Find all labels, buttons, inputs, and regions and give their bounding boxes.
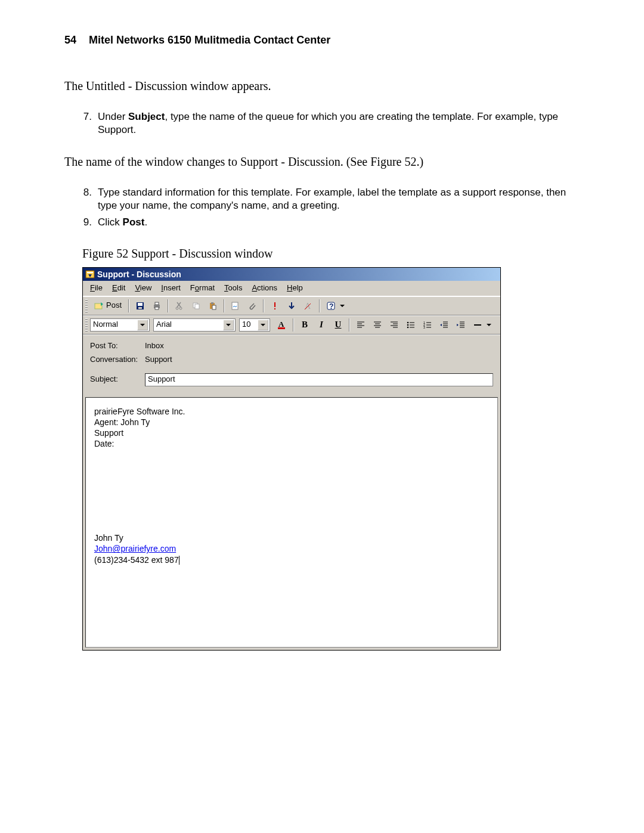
figure-caption: Figure 52 Support - Discussion window <box>82 246 580 261</box>
fontsize-select[interactable]: 10 <box>239 318 270 332</box>
hr-icon <box>473 320 482 330</box>
svg-rect-4 <box>138 303 143 306</box>
post-to-row: Post To: Inbox <box>90 341 493 351</box>
menu-file[interactable]: File <box>86 282 106 295</box>
standard-toolbar: Post <box>83 296 500 315</box>
sig-phone: (613)234-5432 ext 987 <box>94 555 179 565</box>
steps-list-2: 8. Type standard information for this te… <box>64 186 580 229</box>
outdent-button[interactable] <box>436 317 452 333</box>
menu-insert[interactable]: Insert <box>157 282 184 295</box>
numbering-button[interactable]: 123 <box>420 317 435 333</box>
svg-rect-7 <box>155 302 159 305</box>
svg-rect-15 <box>212 305 216 309</box>
more-dropdown[interactable] <box>486 318 492 332</box>
subject-row: Subject: Support <box>90 373 493 386</box>
conversation-value: Support <box>145 355 172 365</box>
sig-email-link[interactable]: John@prairiefyre.com <box>94 544 176 553</box>
svg-rect-17 <box>274 302 275 307</box>
bullets-icon <box>406 320 416 330</box>
help-icon: ? <box>326 301 336 311</box>
indent-button[interactable] <box>453 317 469 333</box>
svg-point-26 <box>407 326 409 328</box>
toolbar-grip[interactable] <box>85 318 88 332</box>
italic-button[interactable]: I <box>314 317 329 333</box>
menubar: File Edit View Insert Format Tools Actio… <box>83 281 500 296</box>
flag-icon: A <box>304 301 313 311</box>
print-button[interactable] <box>149 298 165 314</box>
signature-button[interactable] <box>228 298 243 314</box>
align-left-icon <box>356 320 366 330</box>
signature-block: John Ty John@prairiefyre.com (613)234-54… <box>94 532 489 565</box>
document-page: 54 Mitel Networks 6150 Mulitmedia Contac… <box>0 0 644 770</box>
importance-low-button[interactable] <box>284 298 299 314</box>
post-to-label: Post To: <box>90 341 145 351</box>
post-button[interactable]: Post <box>90 298 126 314</box>
menu-tools[interactable]: Tools <box>221 282 246 295</box>
importance-high-button[interactable] <box>267 298 283 314</box>
body-line-1: prairieFyre Software Inc. <box>94 406 489 417</box>
align-center-button[interactable] <box>370 317 385 333</box>
indent-icon <box>456 320 466 330</box>
post-icon <box>94 301 104 311</box>
chevron-down-icon[interactable] <box>223 320 234 330</box>
step-7: 7. Under Subject, type the name of the q… <box>64 110 580 137</box>
conversation-row: Conversation: Support <box>90 355 493 365</box>
subject-input[interactable]: Support <box>145 373 493 386</box>
copy-button[interactable] <box>188 298 204 314</box>
svg-text:?: ? <box>329 302 333 311</box>
align-right-button[interactable] <box>386 317 402 333</box>
menu-view[interactable]: View <box>131 282 155 295</box>
chevron-down-icon[interactable] <box>258 320 268 330</box>
outdent-icon <box>439 320 449 330</box>
doc-title: Mitel Networks 6150 Mulitmedia Contact C… <box>89 34 330 46</box>
conversation-label: Conversation: <box>90 355 145 365</box>
chevron-down-icon[interactable] <box>137 320 148 330</box>
body-line-3: Support <box>94 428 489 438</box>
style-select[interactable]: Normal <box>90 318 150 332</box>
cut-button[interactable] <box>172 298 187 314</box>
bullets-button[interactable] <box>403 317 419 333</box>
underline-button[interactable]: U <box>330 317 346 333</box>
toolbar-grip[interactable] <box>85 299 88 312</box>
svg-text:3: 3 <box>423 326 425 329</box>
svg-rect-18 <box>274 308 275 309</box>
message-body-editor[interactable]: prairieFyre Software Inc. Agent: John Ty… <box>85 397 498 648</box>
font-color-button[interactable]: A <box>274 317 290 333</box>
sig-name: John Ty <box>94 532 489 543</box>
after-step7-paragraph: The name of the window changes to Suppor… <box>64 154 580 169</box>
font-select[interactable]: Arial <box>153 318 236 332</box>
svg-point-24 <box>407 321 409 323</box>
help-dropdown[interactable] <box>339 299 345 313</box>
help-button[interactable]: ? <box>323 298 339 314</box>
attach-button[interactable] <box>244 298 260 314</box>
paste-button[interactable] <box>205 298 221 314</box>
page-header: 54 Mitel Networks 6150 Mulitmedia Contac… <box>64 33 580 47</box>
numbering-icon: 123 <box>423 320 432 330</box>
font-color-icon: A <box>277 320 287 330</box>
signature-icon <box>231 301 240 311</box>
svg-rect-5 <box>138 307 142 309</box>
flag-button[interactable]: A <box>301 298 316 314</box>
save-button[interactable] <box>132 298 148 314</box>
step-8: 8. Type standard information for this te… <box>64 186 580 212</box>
discussion-window: Support - Discussion File Edit View Inse… <box>82 267 501 651</box>
hr-button[interactable] <box>470 317 485 333</box>
formatting-toolbar: Normal Arial 10 A B I U 123 <box>83 315 500 335</box>
menu-actions[interactable]: Actions <box>248 282 281 295</box>
menu-help[interactable]: Help <box>283 282 306 295</box>
titlebar[interactable]: Support - Discussion <box>83 268 500 281</box>
svg-point-9 <box>176 307 178 309</box>
steps-list-1: 7. Under Subject, type the name of the q… <box>64 110 580 137</box>
menu-edit[interactable]: Edit <box>109 282 129 295</box>
body-line-4: Date: <box>94 438 489 449</box>
align-center-icon <box>373 320 382 330</box>
svg-rect-12 <box>195 304 199 309</box>
menu-format[interactable]: Format <box>187 282 218 295</box>
align-left-button[interactable] <box>353 317 369 333</box>
step-9: 9. Click Post. <box>64 216 580 229</box>
svg-point-10 <box>179 307 182 309</box>
svg-rect-30 <box>474 324 481 326</box>
importance-high-icon <box>270 301 280 311</box>
bold-button[interactable]: B <box>297 317 312 333</box>
svg-rect-23 <box>278 327 285 329</box>
